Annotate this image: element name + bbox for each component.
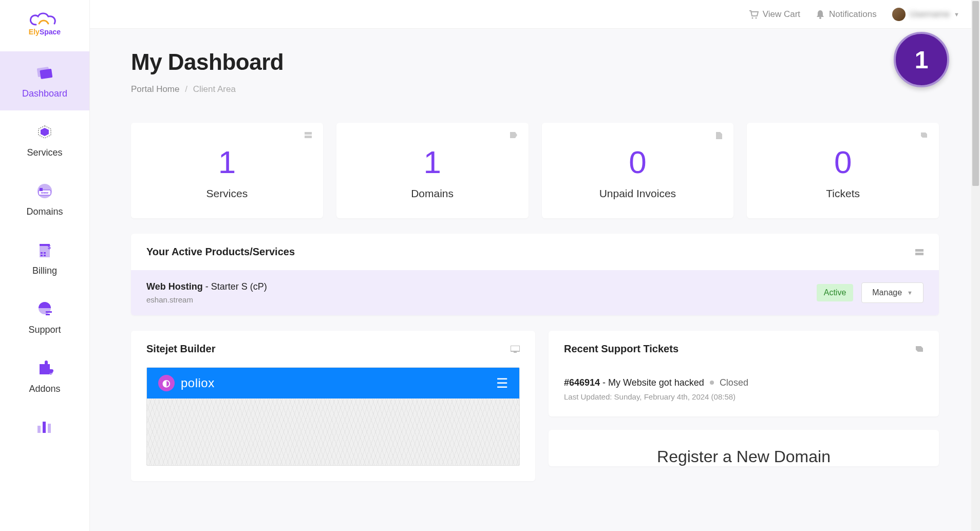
register-domain-panel: Register a New Domain (549, 430, 939, 466)
ticket-title: - My Website got hacked (600, 377, 704, 388)
avatar (892, 8, 906, 21)
svg-rect-28 (915, 253, 924, 255)
preview-body (147, 399, 519, 465)
user-menu[interactable]: Username ▼ (892, 8, 959, 21)
sidebar-item-dashboard[interactable]: Dashboard (0, 51, 89, 110)
server-icon (305, 132, 312, 138)
ticket-icon (915, 346, 924, 352)
file-icon (716, 132, 722, 139)
cloud-logo-icon (29, 10, 58, 28)
stat-card-services[interactable]: 1 Services (131, 123, 323, 218)
panel-header: Recent Support Tickets (549, 331, 939, 367)
svg-point-24 (819, 17, 821, 19)
support-icon (34, 299, 55, 319)
svg-rect-27 (915, 249, 924, 252)
sidebar-item-services[interactable]: Services (0, 110, 89, 169)
stat-value: 0 (761, 146, 925, 178)
ticket-item[interactable]: #646914 - My Website got hacked Closed L… (549, 367, 939, 416)
breadcrumb-home[interactable]: Portal Home (131, 84, 179, 94)
ticket-updated: Last Updated: Sunday, February 4th, 2024… (564, 392, 924, 401)
panel-title: Sitejet Builder (146, 343, 215, 355)
active-products-panel: Your Active Products/Services Web Hostin… (131, 234, 939, 315)
view-cart-link[interactable]: View Cart (748, 9, 800, 20)
stat-value: 1 (351, 146, 514, 178)
svg-rect-19 (37, 426, 41, 433)
panel-title: Recent Support Tickets (564, 343, 679, 355)
manage-label: Manage (872, 288, 902, 297)
preview-brand: ◐ poliox (158, 375, 215, 391)
svg-point-22 (751, 17, 753, 18)
svg-rect-30 (514, 352, 517, 353)
domains-icon: www (34, 181, 55, 201)
floating-notification-badge[interactable]: 1 (894, 32, 949, 87)
manage-button[interactable]: Manage ▼ (861, 282, 924, 303)
stat-label: Unpaid Invoices (556, 187, 720, 200)
monitor-icon (511, 346, 520, 353)
sidebar-item-support[interactable]: Support (0, 288, 89, 347)
nav-label: Billing (32, 266, 57, 276)
status-badge: Active (817, 284, 854, 301)
chevron-down-icon: ▼ (954, 11, 959, 17)
two-column-row: Sitejet Builder ◐ poliox (131, 331, 939, 481)
sidebar-item-extra[interactable] (0, 406, 89, 443)
svg-point-23 (755, 17, 757, 18)
product-info: Web Hosting - Starter S (cP) eshan.strea… (146, 281, 267, 304)
sidebar-item-addons[interactable]: + Addons (0, 347, 89, 406)
nav-label: Support (28, 325, 61, 335)
preview-topbar: ◐ poliox ☰ (147, 368, 519, 399)
tickets-panel: Recent Support Tickets #646914 - My Webs… (549, 331, 939, 416)
nav-label: Services (27, 147, 62, 158)
tag-icon (510, 132, 517, 138)
notifications-link[interactable]: Notifications (816, 9, 877, 20)
server-icon (915, 249, 924, 255)
svg-rect-16 (46, 311, 52, 313)
scrollbar[interactable] (971, 0, 980, 531)
sitejet-panel: Sitejet Builder ◐ poliox (131, 331, 535, 481)
svg-rect-1 (40, 69, 52, 79)
ticket-icon (920, 132, 928, 138)
nav-label: Addons (29, 384, 60, 394)
status-dot-icon (710, 381, 714, 385)
svg-text:+: + (49, 369, 53, 377)
panel-header: Your Active Products/Services (131, 234, 939, 270)
stats-icon (34, 417, 55, 438)
stat-card-tickets[interactable]: 0 Tickets (747, 123, 939, 218)
svg-rect-20 (43, 422, 46, 433)
svg-marker-3 (41, 128, 49, 136)
product-actions: Active Manage ▼ (817, 282, 924, 303)
ticket-id: #646914 (564, 377, 600, 388)
stat-value: 0 (556, 146, 720, 178)
stat-value: 1 (145, 146, 309, 178)
nav-label: Dashboard (22, 88, 67, 99)
main-area: View Cart Notifications Username ▼ My Da… (90, 0, 980, 531)
cart-icon (748, 10, 759, 19)
svg-rect-14 (44, 255, 46, 256)
svg-rect-21 (48, 424, 51, 433)
sidebar-item-domains[interactable]: www Domains (0, 169, 89, 229)
brand-logo[interactable]: ElySpace (29, 10, 61, 36)
svg-rect-7 (40, 188, 43, 191)
sitejet-preview[interactable]: ◐ poliox ☰ (131, 367, 535, 481)
notifications-label: Notifications (829, 9, 877, 20)
content-scroll: My Dashboard Portal Home / Client Area 1… (90, 29, 980, 531)
svg-rect-29 (511, 346, 520, 351)
product-category: Web Hosting (146, 281, 203, 292)
view-cart-label: View Cart (763, 9, 800, 20)
scrollbar-thumb[interactable] (972, 1, 979, 186)
hamburger-icon: ☰ (496, 375, 508, 391)
sidebar-item-billing[interactable]: $ Billing (0, 229, 89, 288)
stat-label: Services (145, 187, 309, 200)
username-label: Username (910, 9, 950, 20)
svg-text:$: $ (48, 244, 51, 250)
register-title: Register a New Domain (564, 447, 924, 466)
svg-rect-12 (44, 252, 46, 254)
product-row[interactable]: Web Hosting - Starter S (cP) eshan.strea… (131, 270, 939, 315)
preview-logo-icon: ◐ (158, 375, 175, 391)
stat-card-domains[interactable]: 1 Domains (336, 123, 529, 218)
svg-rect-26 (305, 136, 312, 138)
stat-card-invoices[interactable]: 0 Unpaid Invoices (542, 123, 734, 218)
svg-text:www: www (41, 191, 48, 194)
services-icon (34, 122, 55, 142)
panel-header: Sitejet Builder (131, 331, 535, 367)
product-domain: eshan.stream (146, 295, 267, 304)
